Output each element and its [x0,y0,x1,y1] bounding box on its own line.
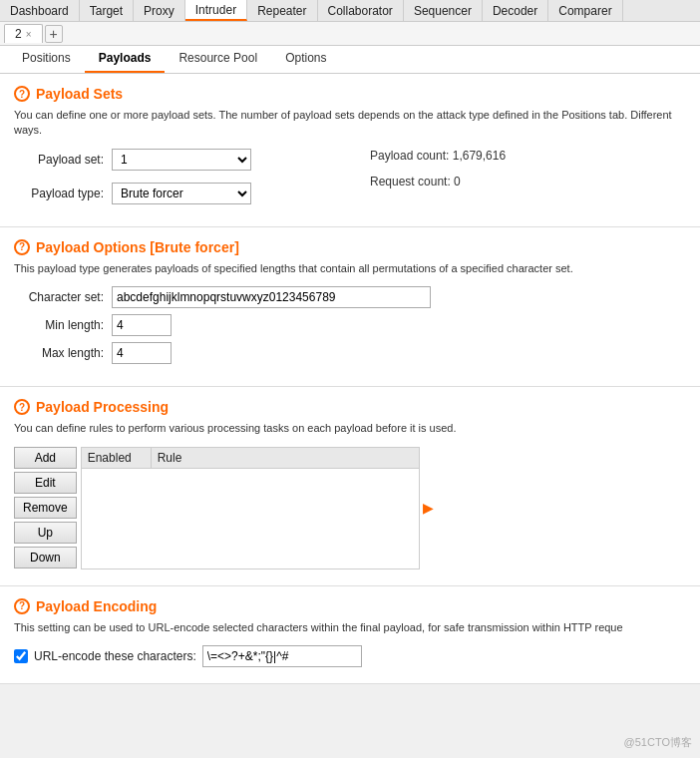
payload-sets-desc: You can define one or more payload sets.… [14,108,686,139]
nav-intruder[interactable]: Intruder [185,0,247,21]
payload-sets-header: ? Payload Sets [14,86,686,102]
payload-processing-title: Payload Processing [36,399,169,415]
max-length-row: Max length: [14,342,686,364]
min-length-row: Min length: [14,314,686,336]
tab-bar: 2 × + [0,22,700,46]
payload-options-help-icon[interactable]: ? [14,239,30,255]
payload-sets-right: Payload count: 1,679,616 Request count: … [350,149,686,210]
add-rule-button[interactable]: Add [14,447,77,469]
main-content: ? Payload Sets You can define one or mor… [0,74,700,684]
payload-sets-help-icon[interactable]: ? [14,86,30,102]
edit-rule-button[interactable]: Edit [14,472,77,494]
nav-sequencer[interactable]: Sequencer [404,0,483,21]
rule-arrow-icon: ▶ [423,500,434,516]
tab-close-icon[interactable]: × [26,29,32,40]
watermark: @51CTO博客 [624,735,692,750]
payload-encoding-section: ? Payload Encoding This setting can be u… [0,586,700,684]
nav-repeater[interactable]: Repeater [247,0,317,21]
payload-sets-grid: Payload set: 1 Payload type: Brute force… [14,149,686,210]
payload-type-row: Payload type: Brute forcer [14,183,350,204]
payload-type-select[interactable]: Brute forcer [112,183,251,204]
char-set-row: Character set: [14,286,686,308]
payload-set-row: Payload set: 1 [14,149,350,171]
payload-count-row: Payload count: 1,679,616 [350,149,686,163]
tab-resource-pool[interactable]: Resource Pool [165,46,271,73]
rule-col-enabled-header: Enabled [82,448,152,468]
payload-set-label: Payload set: [14,153,104,167]
nav-dashboard[interactable]: Dashboard [0,0,80,21]
nav-decoder[interactable]: Decoder [483,0,548,21]
processing-area: Add Edit Remove Up Down Enabled Rule ▶ [14,447,686,569]
max-length-input[interactable] [112,342,172,364]
payload-type-label: Payload type: [14,187,104,200]
encode-chars-input[interactable] [202,645,362,667]
rule-col-rule-header: Rule [152,448,419,468]
char-set-label: Character set: [14,290,104,304]
encode-label: URL-encode these characters: [34,649,196,663]
payload-sets-title: Payload Sets [36,86,123,102]
payload-set-select[interactable]: 1 [112,149,251,171]
down-rule-button[interactable]: Down [14,547,77,568]
nav-proxy[interactable]: Proxy [134,0,185,21]
payload-processing-header: ? Payload Processing [14,399,686,415]
payload-options-desc: This payload type generates payloads of … [14,261,686,276]
tab-payloads[interactable]: Payloads [85,46,166,73]
request-count-row: Request count: 0 [350,175,686,189]
payload-processing-desc: You can define rules to perform various … [14,421,686,436]
nav-target[interactable]: Target [80,0,134,21]
remove-rule-button[interactable]: Remove [14,497,77,519]
payload-encoding-title: Payload Encoding [36,598,157,614]
payload-encoding-desc: This setting can be used to URL-encode s… [14,620,686,635]
processing-buttons: Add Edit Remove Up Down [14,447,77,568]
char-set-input[interactable] [112,286,431,308]
top-nav: Dashboard Target Proxy Intruder Repeater… [0,0,700,22]
tab-2[interactable]: 2 × [4,24,43,43]
tab-label: 2 [15,27,22,41]
payload-options-title: Payload Options [Brute forcer] [36,239,239,255]
payload-count-info: Payload count: 1,679,616 [370,149,506,163]
tab-add-button[interactable]: + [45,25,63,43]
rule-table: Enabled Rule [81,447,420,569]
payload-options-section: ? Payload Options [Brute forcer] This pa… [0,227,700,387]
payload-processing-help-icon[interactable]: ? [14,399,30,415]
nav-collaborator[interactable]: Collaborator [318,0,404,21]
min-length-input[interactable] [112,314,172,336]
tab-positions[interactable]: Positions [8,46,85,73]
payload-processing-section: ? Payload Processing You can define rule… [0,387,700,585]
payload-encoding-header: ? Payload Encoding [14,598,686,614]
payload-sets-left: Payload set: 1 Payload type: Brute force… [14,149,350,210]
request-count-info: Request count: 0 [370,175,461,189]
tab-options[interactable]: Options [271,46,340,73]
rule-table-body [82,469,419,568]
nav-comparer[interactable]: Comparer [548,0,622,21]
max-length-label: Max length: [14,346,104,360]
encode-checkbox[interactable] [14,649,28,663]
rule-table-header: Enabled Rule [82,448,419,469]
payload-sets-section: ? Payload Sets You can define one or mor… [0,74,700,227]
payload-encoding-help-icon[interactable]: ? [14,598,30,614]
up-rule-button[interactable]: Up [14,522,77,544]
encode-row: URL-encode these characters: [14,645,686,667]
payload-options-header: ? Payload Options [Brute forcer] [14,239,686,255]
sub-tab-bar: Positions Payloads Resource Pool Options [0,46,700,74]
min-length-label: Min length: [14,318,104,332]
